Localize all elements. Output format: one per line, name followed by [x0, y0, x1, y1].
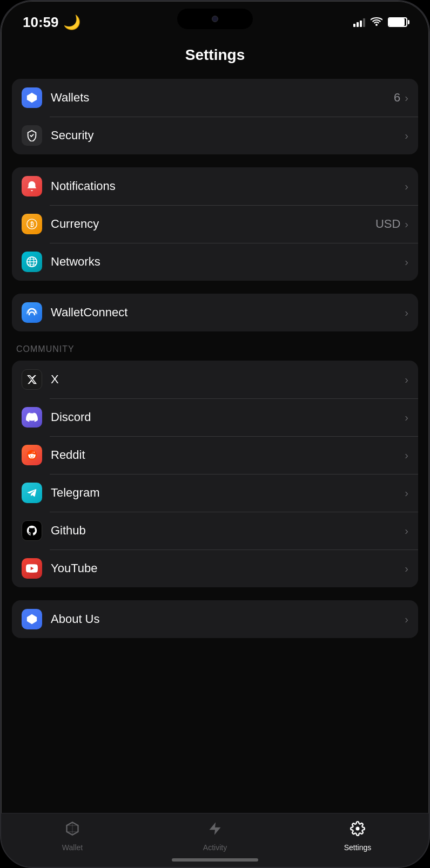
walletconnect-chevron: ›: [405, 307, 408, 319]
reddit-icon: [22, 445, 42, 465]
discord-icon: [22, 407, 42, 428]
signal-icon: [353, 17, 365, 27]
wallets-item[interactable]: Wallets 6 ›: [12, 79, 418, 117]
wallets-chevron: ›: [405, 92, 408, 104]
preferences-group: Notifications › ₿ Currency USD ›: [12, 167, 418, 281]
activity-tab-label: Activity: [203, 843, 227, 852]
community-label: COMMUNITY: [12, 344, 418, 361]
moon-icon: 🌙: [63, 14, 80, 31]
status-icons: [353, 16, 407, 29]
screen-content: Settings Wallets 6 ›: [1, 33, 429, 813]
page-title: Settings: [12, 33, 418, 79]
battery-icon: [388, 17, 407, 27]
about-icon: [22, 609, 42, 629]
notifications-item[interactable]: Notifications ›: [12, 167, 418, 205]
currency-value: USD: [375, 217, 400, 231]
camera-dot: [212, 16, 218, 22]
currency-label: Currency: [51, 217, 375, 231]
security-item[interactable]: Security ›: [12, 117, 418, 154]
discord-chevron: ›: [405, 411, 408, 424]
walletconnect-group: WalletConnect ›: [12, 294, 418, 331]
dynamic-island: [177, 9, 253, 29]
about-group: About Us ›: [12, 600, 418, 638]
notifications-label: Notifications: [51, 179, 405, 193]
youtube-item[interactable]: YouTube ›: [12, 550, 418, 587]
community-section: COMMUNITY X ›: [12, 344, 418, 587]
reddit-item[interactable]: Reddit ›: [12, 436, 418, 474]
time-display: 10:59: [23, 14, 59, 31]
currency-icon: ₿: [22, 214, 42, 234]
discord-item[interactable]: Discord ›: [12, 398, 418, 436]
youtube-label: YouTube: [51, 561, 405, 575]
x-item[interactable]: X ›: [12, 361, 418, 398]
about-chevron: ›: [405, 613, 408, 626]
networks-label: Networks: [51, 255, 405, 269]
walletconnect-label: WalletConnect: [51, 306, 405, 320]
github-label: Github: [51, 524, 405, 538]
about-label: About Us: [51, 612, 405, 626]
svg-marker-16: [27, 614, 37, 624]
battery-fill: [389, 18, 405, 26]
svg-point-11: [29, 417, 31, 419]
status-time: 10:59 🌙: [23, 14, 80, 31]
settings-tab-label: Settings: [344, 843, 372, 852]
youtube-icon: [22, 558, 42, 579]
svg-point-14: [30, 456, 31, 457]
currency-item[interactable]: ₿ Currency USD ›: [12, 205, 418, 243]
wallets-count: 6: [394, 91, 400, 105]
wallets-security-group: Wallets 6 › Security ›: [12, 79, 418, 154]
home-indicator: [172, 858, 258, 862]
security-chevron: ›: [405, 130, 408, 142]
github-chevron: ›: [405, 525, 408, 537]
x-label: X: [51, 372, 405, 386]
discord-label: Discord: [51, 410, 405, 424]
github-item[interactable]: Github ›: [12, 512, 418, 550]
activity-tab-icon: [207, 821, 223, 840]
security-icon: [22, 125, 42, 146]
svg-marker-17: [210, 822, 221, 835]
networks-chevron: ›: [405, 256, 408, 268]
telegram-chevron: ›: [405, 487, 408, 499]
telegram-label: Telegram: [51, 486, 405, 500]
signal-bar-1: [353, 24, 355, 27]
telegram-item[interactable]: Telegram ›: [12, 474, 418, 512]
networks-icon: [22, 252, 42, 272]
x-chevron: ›: [405, 374, 408, 386]
x-icon: [22, 369, 42, 390]
walletconnect-icon: [22, 302, 42, 323]
svg-point-12: [33, 417, 35, 419]
notifications-icon: [22, 176, 42, 196]
settings-tab-icon: [350, 821, 365, 840]
phone-frame: 10:59 🌙 Settings: [0, 0, 430, 868]
telegram-icon: [22, 483, 42, 503]
wifi-icon: [371, 16, 382, 29]
reddit-label: Reddit: [51, 448, 405, 462]
tab-activity[interactable]: Activity: [193, 821, 237, 852]
tab-wallet[interactable]: Wallet: [51, 821, 94, 852]
walletconnect-item[interactable]: WalletConnect ›: [12, 294, 418, 331]
tab-settings[interactable]: Settings: [336, 821, 379, 852]
svg-point-15: [32, 456, 33, 457]
reddit-chevron: ›: [405, 449, 408, 462]
wallets-label: Wallets: [51, 91, 394, 105]
wallets-icon: [22, 87, 42, 108]
svg-text:₿: ₿: [30, 221, 34, 228]
signal-bar-2: [357, 22, 359, 27]
community-group: X › Discord ›: [12, 361, 418, 587]
youtube-chevron: ›: [405, 562, 408, 575]
github-icon: [22, 520, 42, 541]
notifications-chevron: ›: [405, 180, 408, 193]
about-item[interactable]: About Us ›: [12, 600, 418, 638]
wallet-tab-label: Wallet: [62, 843, 83, 852]
currency-chevron: ›: [405, 218, 408, 230]
wallet-tab-icon: [65, 821, 80, 840]
signal-bar-4: [363, 18, 365, 27]
security-label: Security: [51, 128, 405, 143]
signal-bar-3: [360, 21, 362, 27]
networks-item[interactable]: Networks ›: [12, 243, 418, 281]
